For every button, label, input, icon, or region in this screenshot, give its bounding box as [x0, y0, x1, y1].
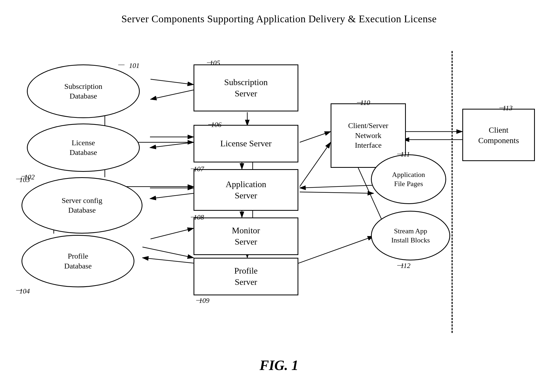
- server-config-db-ellipse: Server config Database: [22, 177, 142, 234]
- ref-113-dash: —: [499, 103, 506, 111]
- license-db-label: License Database: [70, 138, 97, 158]
- page-title: Server Components Supporting Application…: [0, 0, 558, 25]
- ref-103-tilde: —: [16, 175, 22, 183]
- ref-107-dash: —: [191, 164, 197, 172]
- license-server-box: License Server: [194, 125, 298, 162]
- svg-line-22: [300, 192, 374, 193]
- server-config-db-label: Server config Database: [62, 196, 102, 215]
- svg-line-2: [151, 79, 194, 85]
- client-components-box: Client Components: [462, 109, 535, 161]
- svg-line-3: [151, 90, 194, 99]
- svg-line-18: [300, 142, 331, 187]
- svg-line-5: [150, 142, 194, 148]
- monitor-server-label: Monitor Server: [232, 225, 260, 247]
- profile-server-box: Profile Server: [194, 258, 298, 295]
- ref-111-dash: —: [397, 150, 403, 158]
- license-db-ellipse: License Database: [27, 124, 140, 172]
- monitor-server-box: Monitor Server: [194, 217, 298, 255]
- client-components-label: Client Components: [478, 125, 519, 146]
- ref-101-dash: —: [118, 60, 124, 68]
- ref-104-tilde: —: [16, 286, 22, 294]
- application-server-box: Application Server: [194, 169, 298, 211]
- ref-109-dash: —: [196, 296, 202, 304]
- subscription-db-label: Subscription Database: [64, 82, 102, 101]
- svg-line-8: [142, 247, 194, 258]
- ref-106-dash: —: [208, 120, 214, 128]
- application-server-label: Application Server: [226, 179, 266, 201]
- figure-label: FIG. 1: [260, 357, 298, 373]
- svg-line-7: [150, 193, 194, 199]
- app-file-pages-label: Application File Pages: [392, 170, 425, 188]
- ref-105-dash: —: [207, 58, 213, 66]
- ref-110-dash: —: [357, 98, 363, 106]
- subscription-server-box: Subscription Server: [194, 64, 298, 111]
- svg-line-17: [300, 132, 331, 142]
- subscription-db-ellipse: Subscription Database: [27, 64, 140, 118]
- profile-server-label: Profile Server: [234, 265, 257, 288]
- subscription-server-label: Subscription Server: [224, 77, 268, 99]
- stream-app-ellipse: Stream App Install Blocks: [371, 211, 450, 260]
- svg-line-21: [300, 185, 374, 188]
- stream-app-label: Stream App Install Blocks: [391, 227, 430, 245]
- svg-line-9: [142, 258, 194, 263]
- ref-101: 101: [129, 62, 140, 70]
- svg-line-10: [151, 228, 194, 239]
- client-server-interface-label: Client/Server Network Interface: [348, 121, 388, 150]
- ref-112-dash: —: [397, 261, 403, 269]
- boundary-line: [452, 51, 453, 333]
- ref-108-dash: —: [191, 213, 197, 221]
- profile-db-ellipse: Profile Database: [22, 235, 134, 287]
- app-file-pages-ellipse: Application File Pages: [371, 154, 446, 204]
- profile-db-label: Profile Database: [64, 251, 92, 271]
- license-server-label: License Server: [220, 138, 271, 149]
